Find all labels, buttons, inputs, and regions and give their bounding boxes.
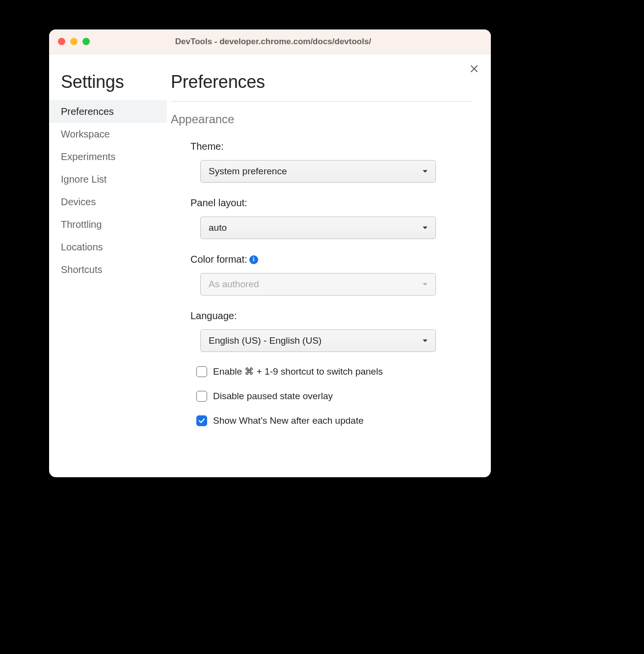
sidebar-item-ignore-list[interactable]: Ignore List xyxy=(49,168,167,191)
color-format-field: Color format: i As authored xyxy=(171,254,471,296)
sidebar-item-experiments[interactable]: Experiments xyxy=(49,145,167,168)
sidebar-item-label: Devices xyxy=(61,196,96,208)
check-icon xyxy=(198,417,205,424)
chevron-down-icon xyxy=(423,170,428,173)
color-format-label-text: Color format: xyxy=(190,254,247,265)
theme-select[interactable]: System preference xyxy=(200,160,436,183)
theme-field: Theme: System preference xyxy=(171,141,471,183)
settings-sidebar: Settings Preferences Workspace Experimen… xyxy=(49,54,167,477)
close-window-button[interactable] xyxy=(58,38,65,45)
color-format-label: Color format: i xyxy=(190,254,471,265)
window-title: DevTools - developer.chrome.com/docs/dev… xyxy=(99,37,448,47)
disable-paused-overlay-checkbox[interactable] xyxy=(196,391,207,402)
traffic-lights xyxy=(58,38,90,45)
chevron-down-icon xyxy=(423,340,428,342)
close-icon xyxy=(470,65,478,73)
sidebar-item-shortcuts[interactable]: Shortcuts xyxy=(49,258,167,281)
color-format-select: As authored xyxy=(200,273,436,296)
content: Settings Preferences Workspace Experimen… xyxy=(49,54,491,477)
sidebar-item-label: Workspace xyxy=(61,129,110,140)
sidebar-item-label: Preferences xyxy=(61,106,114,117)
shortcut-switch-panels-checkbox[interactable] xyxy=(196,366,207,377)
sidebar-title: Settings xyxy=(49,72,167,100)
sidebar-item-locations[interactable]: Locations xyxy=(49,236,167,258)
show-whats-new-checkbox[interactable] xyxy=(196,415,207,426)
language-select[interactable]: English (US) - English (US) xyxy=(200,329,436,352)
maximize-window-button[interactable] xyxy=(82,38,90,45)
sidebar-item-preferences[interactable]: Preferences xyxy=(49,100,167,123)
sidebar-item-label: Locations xyxy=(61,242,103,253)
sidebar-item-label: Ignore List xyxy=(61,174,107,185)
disable-paused-overlay-row: Disable paused state overlay xyxy=(196,391,471,402)
checkbox-label: Show What's New after each update xyxy=(213,415,364,426)
sidebar-item-devices[interactable]: Devices xyxy=(49,191,167,213)
shortcut-switch-panels-row: Enable ⌘ + 1-9 shortcut to switch panels xyxy=(196,366,471,377)
panel-layout-label: Panel layout: xyxy=(190,197,471,209)
info-icon[interactable]: i xyxy=(249,255,258,264)
sidebar-item-throttling[interactable]: Throttling xyxy=(49,213,167,236)
sidebar-item-label: Experiments xyxy=(61,151,115,163)
language-select-value: English (US) - English (US) xyxy=(209,335,322,346)
devtools-settings-window: DevTools - developer.chrome.com/docs/dev… xyxy=(49,29,491,477)
sidebar-item-label: Throttling xyxy=(61,219,102,230)
chevron-down-icon xyxy=(423,283,428,286)
chevron-down-icon xyxy=(423,227,428,229)
titlebar: DevTools - developer.chrome.com/docs/dev… xyxy=(49,29,491,54)
language-label: Language: xyxy=(190,310,471,322)
show-whats-new-row: Show What's New after each update xyxy=(196,415,471,426)
panel-layout-field: Panel layout: auto xyxy=(171,197,471,239)
sidebar-item-label: Shortcuts xyxy=(61,264,102,275)
preferences-panel: Preferences Appearance Theme: System pre… xyxy=(167,54,491,477)
section-appearance: Appearance xyxy=(171,112,471,126)
panel-layout-select[interactable]: auto xyxy=(200,217,436,239)
theme-label: Theme: xyxy=(190,141,471,152)
theme-select-value: System preference xyxy=(209,166,287,177)
close-settings-button[interactable] xyxy=(467,62,481,76)
language-field: Language: English (US) - English (US) xyxy=(171,310,471,352)
sidebar-item-workspace[interactable]: Workspace xyxy=(49,123,167,145)
checkbox-label: Enable ⌘ + 1-9 shortcut to switch panels xyxy=(213,366,383,377)
panel-layout-select-value: auto xyxy=(209,222,227,233)
color-format-select-value: As authored xyxy=(209,279,259,290)
minimize-window-button[interactable] xyxy=(70,38,78,45)
page-title: Preferences xyxy=(171,72,471,102)
checkbox-label: Disable paused state overlay xyxy=(213,391,333,402)
sidebar-items: Preferences Workspace Experiments Ignore… xyxy=(49,100,167,281)
